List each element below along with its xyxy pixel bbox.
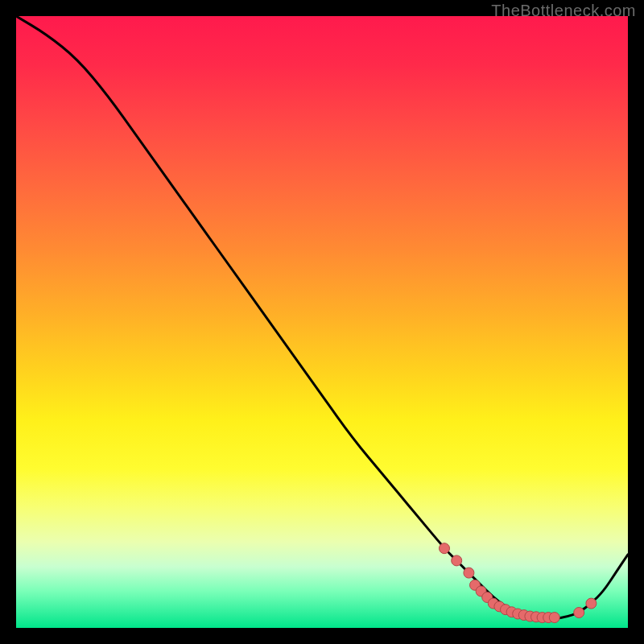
dot (586, 598, 597, 609)
dot (549, 613, 559, 623)
bottleneck-curve (16, 16, 628, 619)
dot (452, 555, 462, 566)
chart-svg (16, 16, 628, 628)
dot (464, 568, 474, 578)
optimal-zone-dots (440, 543, 597, 623)
plot-area (16, 16, 628, 628)
dot (440, 543, 450, 554)
chart-stage: TheBottleneck.com (0, 0, 644, 644)
dot (574, 608, 584, 618)
